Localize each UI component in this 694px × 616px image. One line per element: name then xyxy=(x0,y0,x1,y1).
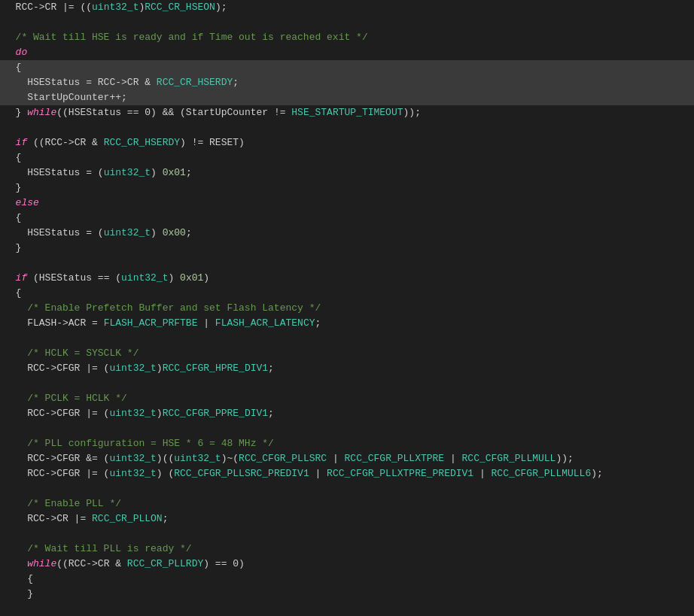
line-content: } xyxy=(0,181,694,196)
code-line xyxy=(0,376,694,391)
code-line: else xyxy=(0,196,694,211)
code-line: StartUpCounter++; xyxy=(0,90,694,105)
code-line: { xyxy=(0,572,694,587)
code-line: if (HSEStatus == (uint32_t) 0x01) xyxy=(0,271,694,286)
code-line: HSEStatus = RCC->CR & RCC_CR_HSERDY; xyxy=(0,75,694,90)
line-content: { xyxy=(0,286,694,301)
line-content: FLASH->ACR = FLASH_ACR_PRFTBE | FLASH_AC… xyxy=(0,316,694,331)
code-line: /* PCLK = HCLK */ xyxy=(0,391,694,406)
line-content xyxy=(0,256,694,271)
code-line: /* Wait till PLL is ready */ xyxy=(0,542,694,557)
line-content: HSEStatus = RCC->CR & RCC_CR_HSERDY; xyxy=(0,75,694,90)
code-line: while((RCC->CR & RCC_CR_PLLRDY) == 0) xyxy=(0,557,694,572)
code-line xyxy=(0,481,694,496)
line-content: else xyxy=(0,196,694,211)
line-content: HSEStatus = (uint32_t) 0x01; xyxy=(0,165,694,181)
line-content: { xyxy=(0,60,694,75)
code-line: FLASH->ACR = FLASH_ACR_PRFTBE | FLASH_AC… xyxy=(0,316,694,331)
code-line xyxy=(0,120,694,135)
code-line: } while((HSEStatus == 0) && (StartUpCoun… xyxy=(0,105,694,120)
line-content: if (HSEStatus == (uint32_t) 0x01) xyxy=(0,271,694,286)
line-content: /* PLL configuration = HSE * 6 = 48 MHz … xyxy=(0,436,694,451)
line-content xyxy=(0,481,694,496)
line-content: RCC->CR |= ((uint32_t)RCC_CR_HSEON); xyxy=(0,0,694,15)
code-line xyxy=(0,526,694,542)
code-line xyxy=(0,331,694,346)
line-content: { xyxy=(0,150,694,165)
line-content: } xyxy=(0,587,694,602)
code-line: RCC->CR |= RCC_CR_PLLON; xyxy=(0,511,694,526)
line-content: /* HCLK = SYSCLK */ xyxy=(0,346,694,361)
code-line: HSEStatus = (uint32_t) 0x00; xyxy=(0,226,694,241)
line-content: /* Enable Prefetch Buffer and set Flash … xyxy=(0,301,694,316)
code-line: if ((RCC->CR & RCC_CR_HSERDY) != RESET) xyxy=(0,135,694,150)
code-line: HSEStatus = (uint32_t) 0x01; xyxy=(0,165,694,181)
line-content: /* PCLK = HCLK */ xyxy=(0,391,694,406)
line-content: RCC->CR |= RCC_CR_PLLON; xyxy=(0,511,694,526)
code-line xyxy=(0,602,694,616)
code-line: /* Wait till HSE is ready and if Time ou… xyxy=(0,30,694,45)
line-content: /* Wait till PLL is ready */ xyxy=(0,542,694,557)
code-line: RCC->CFGR |= (uint32_t)RCC_CFGR_PPRE_DIV… xyxy=(0,406,694,421)
line-content xyxy=(0,421,694,436)
line-content: HSEStatus = (uint32_t) 0x00; xyxy=(0,226,694,241)
code-line xyxy=(0,421,694,436)
code-line: { xyxy=(0,211,694,226)
line-content xyxy=(0,602,694,616)
code-line: /* HCLK = SYSCLK */ xyxy=(0,346,694,361)
line-content: { xyxy=(0,572,694,587)
line-content: /* Enable PLL */ xyxy=(0,496,694,511)
code-line: { xyxy=(0,150,694,165)
code-line: } xyxy=(0,587,694,602)
line-content xyxy=(0,15,694,30)
code-line: do xyxy=(0,45,694,60)
line-content xyxy=(0,376,694,391)
code-line: RCC->CR |= ((uint32_t)RCC_CR_HSEON); xyxy=(0,0,694,15)
line-content: if ((RCC->CR & RCC_CR_HSERDY) != RESET) xyxy=(0,135,694,150)
code-line: /* Enable PLL */ xyxy=(0,496,694,511)
line-content: { xyxy=(0,211,694,226)
line-content: } xyxy=(0,241,694,256)
code-line: /* PLL configuration = HSE * 6 = 48 MHz … xyxy=(0,436,694,451)
line-content: RCC->CFGR |= (uint32_t)RCC_CFGR_HPRE_DIV… xyxy=(0,361,694,376)
line-content: StartUpCounter++; xyxy=(0,90,694,105)
line-content: } while((HSEStatus == 0) && (StartUpCoun… xyxy=(0,105,694,120)
line-content xyxy=(0,120,694,135)
code-line xyxy=(0,15,694,30)
code-line: RCC->CFGR &= (uint32_t)((uint32_t)~(RCC_… xyxy=(0,451,694,466)
code-line: } xyxy=(0,241,694,256)
line-content: while((RCC->CR & RCC_CR_PLLRDY) == 0) xyxy=(0,557,694,572)
code-line: RCC->CFGR |= (uint32_t)RCC_CFGR_HPRE_DIV… xyxy=(0,361,694,376)
code-editor: RCC->CR |= ((uint32_t)RCC_CR_HSEON); /* … xyxy=(0,0,694,616)
code-line: { xyxy=(0,60,694,75)
code-line: } xyxy=(0,181,694,196)
line-content xyxy=(0,331,694,346)
line-content: RCC->CFGR |= (uint32_t)RCC_CFGR_PPRE_DIV… xyxy=(0,406,694,421)
line-content: do xyxy=(0,45,694,60)
code-line: { xyxy=(0,286,694,301)
code-line: RCC->CFGR |= (uint32_t) (RCC_CFGR_PLLSRC… xyxy=(0,466,694,481)
code-line: /* Enable Prefetch Buffer and set Flash … xyxy=(0,301,694,316)
line-content: RCC->CFGR |= (uint32_t) (RCC_CFGR_PLLSRC… xyxy=(0,466,694,481)
code-line xyxy=(0,256,694,271)
line-content xyxy=(0,526,694,542)
line-content: /* Wait till HSE is ready and if Time ou… xyxy=(0,30,694,45)
line-content: RCC->CFGR &= (uint32_t)((uint32_t)~(RCC_… xyxy=(0,451,694,466)
